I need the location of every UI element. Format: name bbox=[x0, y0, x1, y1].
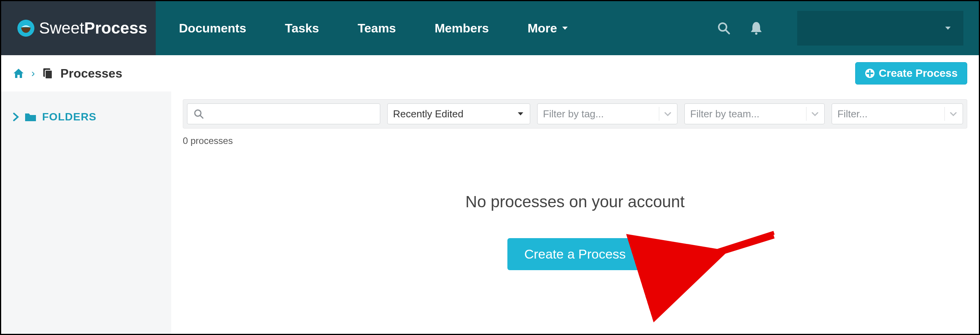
search-icon[interactable] bbox=[717, 21, 731, 35]
sidebar-folders[interactable]: FOLDERS bbox=[13, 111, 160, 123]
create-process-button[interactable]: Create Process bbox=[855, 62, 967, 85]
chevron-down-icon bbox=[561, 24, 569, 32]
divider bbox=[806, 107, 806, 121]
breadcrumb-row: › Processes Create Process bbox=[1, 55, 979, 91]
filter-bar: Recently Edited Filter by tag... Filter … bbox=[183, 99, 967, 129]
divider bbox=[659, 107, 659, 121]
breadcrumb-processes: Processes bbox=[60, 66, 122, 81]
main: Recently Edited Filter by tag... Filter … bbox=[171, 91, 979, 335]
search-box[interactable] bbox=[187, 103, 380, 124]
logo[interactable]: SweetProcess bbox=[17, 19, 147, 37]
chevron-right-icon bbox=[13, 113, 19, 121]
chevron-down-icon bbox=[949, 110, 957, 118]
filter-team-select[interactable]: Filter by team... bbox=[684, 103, 825, 124]
nav-right bbox=[717, 1, 979, 55]
account-dropdown[interactable] bbox=[797, 11, 963, 46]
nav-members[interactable]: Members bbox=[435, 21, 489, 36]
search-input[interactable] bbox=[209, 108, 374, 120]
logo-text: SweetProcess bbox=[39, 19, 147, 37]
svg-point-3 bbox=[755, 32, 757, 35]
filter-generic-placeholder: Filter... bbox=[837, 108, 868, 120]
breadcrumb-sep: › bbox=[31, 67, 35, 80]
breadcrumb: › Processes bbox=[13, 66, 122, 81]
home-icon[interactable] bbox=[13, 68, 24, 79]
create-process-label: Create Process bbox=[879, 67, 958, 80]
svg-line-8 bbox=[200, 115, 203, 118]
sort-select[interactable]: Recently Edited bbox=[387, 103, 530, 124]
plus-circle-icon bbox=[865, 68, 875, 78]
filter-tag-select[interactable]: Filter by tag... bbox=[537, 103, 677, 124]
filter-generic-select[interactable]: Filter... bbox=[832, 103, 963, 124]
nav-links: Documents Tasks Teams Members More bbox=[156, 1, 717, 55]
body: FOLDERS Recently Edited Filter by tag... bbox=[1, 91, 979, 335]
nav-documents[interactable]: Documents bbox=[179, 21, 246, 36]
chevron-down-icon bbox=[811, 110, 819, 118]
filter-tag-placeholder: Filter by tag... bbox=[543, 108, 604, 120]
svg-rect-5 bbox=[45, 70, 52, 79]
empty-state: No processes on your account Create a Pr… bbox=[183, 193, 967, 270]
chevron-down-icon bbox=[517, 110, 524, 118]
logo-process: Process bbox=[84, 19, 147, 37]
sidebar: FOLDERS bbox=[1, 91, 171, 335]
processes-icon bbox=[42, 68, 53, 79]
chevron-down-icon bbox=[664, 110, 672, 118]
search-icon bbox=[194, 109, 204, 119]
process-count: 0 processes bbox=[183, 135, 967, 146]
top-nav: SweetProcess Documents Tasks Teams Membe… bbox=[1, 1, 979, 55]
chevron-down-icon bbox=[944, 24, 952, 32]
filter-team-placeholder: Filter by team... bbox=[690, 108, 759, 120]
nav-tasks[interactable]: Tasks bbox=[285, 21, 319, 36]
cup-icon bbox=[17, 19, 35, 37]
nav-more-label: More bbox=[527, 21, 557, 36]
folder-icon bbox=[24, 112, 37, 122]
nav-more[interactable]: More bbox=[527, 21, 568, 36]
logo-zone: SweetProcess bbox=[1, 1, 156, 55]
divider bbox=[944, 107, 945, 121]
logo-sweet: Sweet bbox=[39, 19, 84, 37]
bell-icon[interactable] bbox=[750, 21, 762, 35]
svg-line-2 bbox=[726, 30, 729, 34]
empty-heading: No processes on your account bbox=[183, 193, 967, 211]
nav-teams[interactable]: Teams bbox=[358, 21, 396, 36]
sort-selected-label: Recently Edited bbox=[393, 108, 463, 120]
sidebar-folders-label: FOLDERS bbox=[42, 111, 97, 123]
create-a-process-button[interactable]: Create a Process bbox=[507, 238, 643, 270]
